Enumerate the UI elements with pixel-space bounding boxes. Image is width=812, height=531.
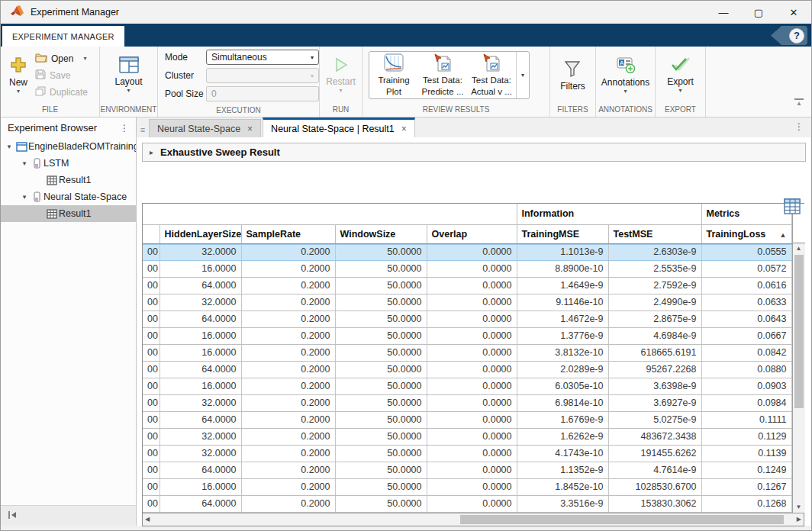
table-cell[interactable]: 3.3516e-9 <box>517 495 608 512</box>
table-cell[interactable]: 50.0000 <box>335 378 427 394</box>
table-row[interactable]: 0064.00000.200050.00000.00001.1352e-94.7… <box>143 462 791 478</box>
sort-ascending-icon[interactable]: ▲ <box>780 231 787 239</box>
table-cell[interactable]: 0.0572 <box>701 260 791 277</box>
scroll-right-icon[interactable]: ▶ <box>797 516 801 523</box>
table-row[interactable]: 0016.00000.200050.00000.00001.8452e-1010… <box>143 478 791 495</box>
export-button[interactable]: Export ▾ <box>662 55 698 95</box>
table-cell[interactable]: 00 <box>143 294 160 311</box>
table-cell[interactable]: 32.0000 <box>160 243 241 260</box>
table-cell[interactable]: 3.6398e-9 <box>608 378 701 394</box>
table-cell[interactable]: 0.2000 <box>241 428 335 445</box>
table-cell[interactable]: 0.2000 <box>241 378 335 394</box>
table-cell[interactable]: 00 <box>143 462 160 478</box>
tree-item-lstm[interactable]: ▾LSTM <box>1 155 136 172</box>
collapse-ribbon-button[interactable]: ▲ <box>794 98 804 106</box>
export-dropdown-icon[interactable]: ▾ <box>678 88 682 94</box>
table-cell[interactable]: 00 <box>143 428 160 445</box>
new-button[interactable]: New ▾ <box>5 54 32 96</box>
test-data-predicted-button[interactable]: Test Data: Predicte ... <box>418 52 467 98</box>
table-cell[interactable]: 00 <box>143 478 160 495</box>
table-cell[interactable]: 64.0000 <box>160 495 241 512</box>
table-cell[interactable]: 0.2000 <box>241 445 335 462</box>
table-cell[interactable]: 1.1352e-9 <box>517 462 608 478</box>
table-cell[interactable]: 191455.6262 <box>608 445 701 462</box>
open-button[interactable]: Open ▾ <box>35 51 88 66</box>
tab-experiment-manager[interactable]: EXPERIMENT MANAGER <box>2 26 124 47</box>
table-cell[interactable]: 64.0000 <box>160 462 241 478</box>
column-header-overlap[interactable]: Overlap <box>427 224 517 243</box>
table-row[interactable]: 0064.00000.200050.00000.00001.4672e-92.8… <box>143 311 791 327</box>
maximize-button[interactable]: ▢ <box>741 1 776 24</box>
table-cell[interactable]: 2.7592e-9 <box>608 277 701 294</box>
table-row[interactable]: 0016.00000.200050.00000.00008.8900e-102.… <box>143 260 791 277</box>
table-cell[interactable]: 0.1139 <box>701 445 791 462</box>
table-cell[interactable]: 0.0000 <box>427 344 517 361</box>
tabbar-menu-icon[interactable]: ⋮ <box>794 121 804 132</box>
table-cell[interactable]: 0.0000 <box>427 361 517 378</box>
tab-close-icon[interactable]: × <box>247 124 253 134</box>
table-cell[interactable]: 50.0000 <box>335 277 427 294</box>
table-cell[interactable]: 8.8900e-10 <box>517 260 608 277</box>
scroll-up-icon[interactable]: ▲ <box>796 245 802 253</box>
table-cell[interactable]: 64.0000 <box>160 411 241 428</box>
table-cell[interactable]: 0.2000 <box>241 260 335 277</box>
tabbar-handle-icon[interactable]: ≡ <box>137 125 149 137</box>
vertical-scrollbar[interactable]: ▲ ▼ <box>792 204 805 513</box>
table-cell[interactable]: 0.2000 <box>241 294 335 311</box>
table-cell[interactable]: 0.1111 <box>701 411 791 428</box>
tree-item-neural-state-space[interactable]: ▾Neural State-Space <box>1 188 136 205</box>
table-row[interactable]: 0032.00000.200050.00000.00006.9814e-103.… <box>143 394 791 411</box>
horizontal-scroll-thumb[interactable] <box>460 515 784 524</box>
table-cell[interactable]: 0.2000 <box>241 495 335 512</box>
table-cell[interactable]: 0.0000 <box>427 243 517 260</box>
table-cell[interactable]: 1.1013e-9 <box>517 243 608 260</box>
column-header-trainingloss[interactable]: TrainingLoss▲ <box>701 224 791 243</box>
table-cell[interactable]: 6.9814e-10 <box>517 394 608 411</box>
tree-item-result1[interactable]: Result1 <box>1 172 136 188</box>
open-dropdown-icon[interactable]: ▾ <box>83 55 86 62</box>
table-cell[interactable]: 0.1129 <box>701 428 791 445</box>
column-header-samplerate[interactable]: SampleRate <box>241 224 335 243</box>
table-row[interactable]: 0032.00000.200050.00000.00001.6262e-9483… <box>143 428 791 445</box>
table-cell[interactable]: 16.0000 <box>160 260 241 277</box>
table-row[interactable]: 0064.00000.200050.00000.00003.3516e-9153… <box>143 495 791 512</box>
table-row[interactable]: 0032.00000.200050.00000.00004.1743e-1019… <box>143 445 791 462</box>
table-cell[interactable]: 95267.2268 <box>608 361 701 378</box>
help-badge[interactable]: ? <box>771 26 807 45</box>
table-cell[interactable]: 0.2000 <box>241 361 335 378</box>
table-cell[interactable]: 1.6262e-9 <box>517 428 608 445</box>
tree-item-enginebladeromtraining[interactable]: ▾EngineBladeROMTraining <box>1 138 136 155</box>
table-cell[interactable]: 483672.3438 <box>608 428 701 445</box>
tree-expanded-icon[interactable]: ▾ <box>19 193 30 201</box>
table-row[interactable]: 0032.00000.200050.00000.00001.1013e-92.6… <box>143 243 791 260</box>
table-cell[interactable]: 1.8452e-10 <box>517 478 608 495</box>
table-cell[interactable]: 00 <box>143 327 160 344</box>
minimize-button[interactable]: — <box>706 1 741 24</box>
scroll-down-icon[interactable]: ▼ <box>796 504 802 511</box>
column-header-testmse[interactable]: TestMSE <box>608 224 701 243</box>
table-cell[interactable]: 0.0000 <box>427 294 517 311</box>
table-cell[interactable]: 0.0903 <box>701 378 791 394</box>
table-cell[interactable]: 0.0000 <box>427 378 517 394</box>
table-cell[interactable]: 2.0289e-9 <box>517 361 608 378</box>
table-cell[interactable]: 2.6303e-9 <box>608 243 701 260</box>
training-plot-button[interactable]: Training Plot <box>369 52 418 98</box>
table-row[interactable]: 0064.00000.200050.00000.00001.6769e-95.0… <box>143 411 791 428</box>
table-cell[interactable]: 00 <box>143 361 160 378</box>
table-cell[interactable]: 1028530.6700 <box>608 478 701 495</box>
new-dropdown-icon[interactable]: ▾ <box>17 88 20 95</box>
layout-button[interactable]: Layout ▾ <box>110 55 147 95</box>
table-cell[interactable]: 618665.6191 <box>608 344 701 361</box>
table-cell[interactable]: 0.2000 <box>241 327 335 344</box>
table-cell[interactable]: 0.0555 <box>701 243 791 260</box>
duplicate-button[interactable]: Duplicate <box>35 85 88 99</box>
table-cell[interactable]: 50.0000 <box>335 445 427 462</box>
tree-expanded-icon[interactable]: ▾ <box>19 159 30 167</box>
table-cell[interactable]: 0.0842 <box>701 344 791 361</box>
table-cell[interactable]: 0.2000 <box>241 344 335 361</box>
table-cell[interactable]: 16.0000 <box>160 378 241 394</box>
gallery-dropdown-icon[interactable]: ▾ <box>516 52 529 98</box>
table-cell[interactable]: 0.0000 <box>427 445 517 462</box>
table-cell[interactable]: 1.3776e-9 <box>517 327 608 344</box>
table-cell[interactable]: 50.0000 <box>335 495 427 512</box>
